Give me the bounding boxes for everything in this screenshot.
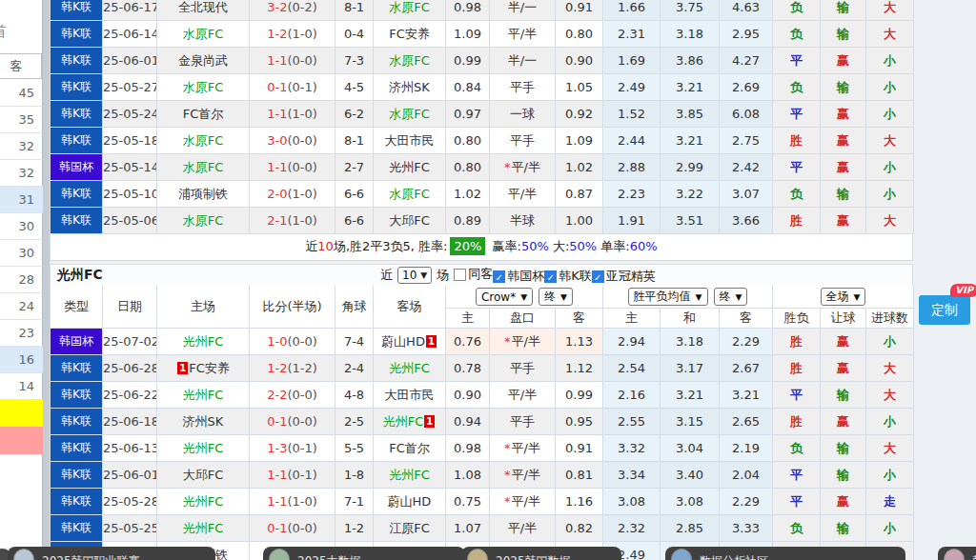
handicap-cell: *平/半 bbox=[490, 489, 556, 515]
taskbar-tab-title: 2025大数据 bbox=[297, 553, 361, 560]
match-row: 韩K联25-06-17全北现代3-2(0-2)8-1水原FC0.98半/一0.9… bbox=[50, 0, 913, 21]
header-dropdown-select[interactable]: 终▼ bbox=[539, 288, 573, 306]
halftime-score: (0-0) bbox=[287, 521, 316, 535]
taskbar-favicon bbox=[671, 549, 692, 560]
avg-home-cell: 1.69 bbox=[603, 48, 661, 74]
header-dropdown-select[interactable]: 胜平负均值▼ bbox=[628, 288, 708, 306]
result-wdl-cell: 平 bbox=[773, 154, 821, 181]
result-handicap-cell: 赢 bbox=[821, 101, 866, 128]
team-name: 水原FC bbox=[389, 0, 430, 14]
handicap-value: 平/半 bbox=[508, 521, 537, 535]
standings-value: 32 bbox=[0, 133, 43, 160]
taskbar-favicon bbox=[467, 549, 488, 560]
match-row: 韩K联25-05-18水原FC3-0(0-0)8-1大田市民0.80平手1.09… bbox=[50, 128, 913, 154]
filter-checkbox-label: 同客 bbox=[468, 266, 493, 283]
standings-value: 14 bbox=[0, 373, 43, 400]
customize-button[interactable]: 定制 VIP bbox=[919, 295, 970, 325]
header-dropdown-group: Crow*▼终▼ bbox=[446, 286, 603, 309]
match-row: 韩K联25-06-281FC安养1-2(1-2)2-4光州FC0.78平手1.1… bbox=[50, 355, 913, 382]
away-column-tab[interactable]: 客 bbox=[0, 53, 42, 79]
team-name: 水原FC bbox=[183, 213, 224, 228]
match-date: 25-05-10 bbox=[103, 181, 157, 208]
filter-checkbox[interactable]: 同客 bbox=[454, 266, 493, 283]
avg-away-cell: 2.19 bbox=[720, 435, 773, 462]
header-dropdown-select[interactable]: Crow*▼ bbox=[476, 288, 533, 306]
corner-cell: 4-5 bbox=[336, 74, 374, 101]
avg-draw-cell: 3.18 bbox=[661, 329, 720, 355]
sub-column-header: 盘口 bbox=[490, 309, 556, 329]
avg-draw-cell: 3.17 bbox=[661, 355, 720, 382]
home-team-cell: 水原FC bbox=[157, 208, 250, 234]
handicap-value: 平/半 bbox=[508, 187, 537, 201]
taskbar-tab-preview[interactable]: 数据分析社区 bbox=[665, 547, 905, 560]
avg-away-cell: 2.04 bbox=[720, 462, 773, 489]
score-cell: 1-2(1-0) bbox=[250, 21, 336, 48]
away-odds-cell: 0.92 bbox=[556, 101, 603, 128]
away-odds-cell: 1.16 bbox=[556, 489, 603, 515]
team-name: FC首尔 bbox=[183, 107, 224, 121]
taskbar-tab-preview[interactable]: 韩国联赛回顾 bbox=[938, 547, 976, 560]
score-cell: 2-0(1-0) bbox=[250, 181, 336, 208]
taskbar-tab-preview[interactable]: 2025韩国职业联赛 bbox=[8, 547, 215, 560]
halftime-score: (0-1) bbox=[287, 441, 316, 455]
avg-draw-cell: 3.08 bbox=[661, 489, 720, 515]
changed-odds-star: * bbox=[504, 160, 511, 174]
suwon-history-table: 韩K联25-06-17全北现代3-2(0-2)8-1水原FC0.98半/一0.9… bbox=[50, 0, 913, 234]
away-odds-cell: 1.12 bbox=[556, 355, 603, 382]
home-team-cell: 光州FC bbox=[157, 435, 250, 462]
gwangju-section: 光州FC 近 10▼ 场 同客✓韩国杯✓韩K联✓亚冠精英 类型日期主场比分(半场… bbox=[50, 264, 913, 560]
away-odds-cell: 0.82 bbox=[556, 515, 603, 542]
handicap-cell: 半/一 bbox=[490, 0, 556, 21]
team-name: 光州FC bbox=[389, 361, 430, 375]
corner-cell: 1-2 bbox=[336, 515, 374, 542]
away-odds-cell: 0.95 bbox=[556, 409, 603, 435]
avg-draw-cell: 3.51 bbox=[661, 208, 720, 234]
filter-checkbox-group: 同客✓韩国杯✓韩K联✓亚冠精英 bbox=[454, 266, 656, 285]
filter-checkbox[interactable]: ✓韩国杯 bbox=[493, 268, 544, 285]
sidebar-number-list: 453532323130302824231614 bbox=[0, 80, 43, 400]
header-dropdown-select[interactable]: 全场▼ bbox=[821, 288, 866, 306]
home-odds-cell: 0.94 bbox=[446, 409, 490, 435]
standings-value: 24 bbox=[0, 293, 43, 320]
filter-checkbox[interactable]: ✓亚冠精英 bbox=[592, 268, 656, 285]
away-odds-cell: 0.87 bbox=[556, 181, 603, 208]
avg-home-cell: 2.16 bbox=[603, 382, 661, 409]
handicap-cell: 平手 bbox=[490, 409, 556, 435]
filter-checkbox[interactable]: ✓韩K联 bbox=[544, 268, 592, 285]
away-odds-cell: 0.80 bbox=[556, 21, 603, 48]
result-wdl-cell: 胜 bbox=[773, 355, 821, 382]
handicap-cell: 平手 bbox=[490, 74, 556, 101]
home-team-cell: 金泉尚武 bbox=[157, 48, 250, 74]
summary-segment: 大: bbox=[549, 239, 570, 253]
fulltime-score: 3-2 bbox=[267, 0, 287, 14]
score-cell: 1-1(1-0) bbox=[250, 101, 336, 128]
team-name: 水原FC bbox=[183, 160, 224, 174]
match-date: 25-06-14 bbox=[103, 21, 157, 48]
taskbar-tab-preview[interactable]: 2025大数据 bbox=[263, 547, 465, 560]
avg-draw-cell: 3.18 bbox=[661, 21, 720, 48]
match-date: 25-05-14 bbox=[103, 154, 157, 181]
home-team-cell: 水原FC bbox=[157, 21, 250, 48]
match-row: 韩国杯25-07-02光州FC1-0(0-0)7-4蔚山HD10.76*平/半1… bbox=[50, 329, 913, 355]
halftime-score: (0-0) bbox=[287, 414, 316, 429]
avg-draw-cell: 3.75 bbox=[661, 0, 720, 21]
home-odds-cell: 1.09 bbox=[446, 21, 490, 48]
league-type-cell: 韩K联 bbox=[51, 462, 103, 489]
away-team-cell: 水原FC bbox=[374, 48, 446, 74]
handicap-cell: *平/半 bbox=[490, 154, 556, 181]
result-goals-cell: 走 bbox=[866, 489, 914, 515]
league-type-cell: 韩K联 bbox=[51, 355, 103, 382]
home-odds-cell: 0.80 bbox=[446, 128, 490, 154]
handicap-value: 半球 bbox=[510, 213, 535, 228]
result-wdl-cell: 负 bbox=[773, 74, 821, 101]
result-goals-cell: 大 bbox=[866, 382, 914, 409]
avg-away-cell: 3.07 bbox=[720, 181, 773, 208]
recent-count-select[interactable]: 10▼ bbox=[397, 267, 432, 284]
avg-draw-cell: 3.86 bbox=[661, 48, 720, 74]
team-name: 大邱FC bbox=[183, 468, 224, 482]
taskbar-tab-preview[interactable]: 2025韩国数据 bbox=[461, 547, 621, 560]
header-dropdown-select[interactable]: 终▼ bbox=[714, 288, 748, 306]
result-wdl-cell: 胜 bbox=[773, 329, 821, 355]
team-name: 大田市民 bbox=[385, 133, 435, 148]
halftime-score: (0-0) bbox=[287, 388, 316, 402]
